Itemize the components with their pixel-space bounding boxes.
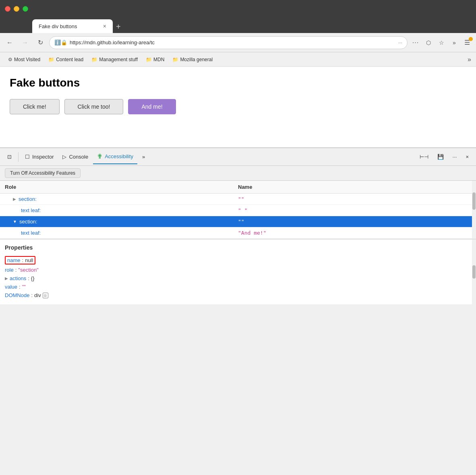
properties-title: Properties: [5, 244, 471, 251]
tree-row-textleaf-2[interactable]: text leaf: "And me!": [0, 227, 476, 239]
prop-key-domnode: DOMNode: [5, 292, 29, 298]
extensions-button[interactable]: »: [449, 37, 460, 48]
maximize-button[interactable]: [23, 6, 28, 12]
click-me-too-button[interactable]: Click me too!: [64, 99, 124, 114]
bookmark-mdn[interactable]: 📁 MDN: [143, 55, 168, 64]
tree-row-textleaf-1[interactable]: text leaf: " ": [0, 205, 476, 216]
tree-row-section-2[interactable]: ▼ section: "": [0, 216, 476, 227]
tree-scrollbar-thumb[interactable]: [472, 192, 476, 210]
tree-scrollbar[interactable]: [472, 181, 476, 239]
toolbar-separator: [18, 152, 19, 162]
bookmarks-more-button[interactable]: »: [468, 56, 471, 63]
forward-button[interactable]: →: [19, 36, 31, 49]
fake-buttons-container: Click me! Click me too! And me!: [10, 99, 466, 114]
folder-icon: 📁: [172, 57, 178, 62]
active-tab[interactable]: Fake div buttons ×: [32, 19, 113, 33]
address-bar[interactable]: ℹ️🔒 https://mdn.github.io/learning-area/…: [49, 36, 408, 49]
bookmark-label: Management stuff: [99, 57, 138, 62]
prop-key-role: role: [5, 267, 14, 273]
props-scrollbar[interactable]: [472, 240, 476, 304]
properties-panel: Properties name : null role : "section" …: [0, 239, 476, 304]
minimize-button[interactable]: [14, 6, 19, 12]
turn-off-accessibility-button[interactable]: Turn Off Accessibility Features: [5, 168, 81, 178]
bookmarks-bar: ⚙ Most Visited 📁 Content lead 📁 Manageme…: [0, 52, 476, 67]
bookmark-label: MDN: [153, 57, 164, 62]
tabbar: Fake div buttons × +: [0, 18, 476, 33]
chevron-right-icon: »: [142, 154, 145, 160]
folder-icon: 📁: [146, 57, 152, 62]
devtools-close-button[interactable]: ×: [462, 150, 473, 164]
close-button[interactable]: [5, 6, 10, 12]
tab-close-button[interactable]: ×: [103, 23, 106, 29]
folder-icon: 📁: [91, 57, 97, 62]
console-icon: ▷: [62, 154, 66, 160]
accessibility-panel: Turn Off Accessibility Features Role Nam…: [0, 166, 476, 304]
url-text: https://mdn.github.io/learning-area/tc: [70, 39, 396, 45]
tree-name-textleaf-2: "And me!": [238, 230, 471, 236]
titlebar: [0, 0, 476, 18]
and-me-button[interactable]: And me!: [128, 99, 176, 114]
tree-row-section-1[interactable]: ▶ section: "": [0, 194, 476, 205]
responsive-design-button[interactable]: ⊡: [3, 150, 16, 164]
bookmark-label: Content lead: [56, 57, 83, 62]
click-me-button[interactable]: Click me!: [10, 99, 60, 114]
console-label: Console: [69, 154, 88, 160]
gear-icon: ⚙: [8, 57, 12, 62]
prop-name-boxed: name : null: [5, 256, 35, 264]
prop-row-actions: ▶ actions : {}: [5, 274, 471, 283]
devtools-panel: ⊡ ☐ Inspector ▷ Console ✟ Accessibility …: [0, 147, 476, 304]
prop-val-actions: {}: [31, 275, 35, 281]
refresh-button[interactable]: ↻: [34, 36, 47, 49]
options-icon: ···: [453, 154, 457, 160]
prop-val-value: "": [22, 284, 26, 290]
expand-triangle[interactable]: ▶: [13, 197, 16, 201]
pocket-button[interactable]: ⬡: [423, 37, 434, 48]
bookmark-content-lead[interactable]: 📁 Content lead: [45, 55, 87, 64]
prop-key-value: value: [5, 284, 17, 290]
tree-role-section-1: ▶ section:: [13, 196, 238, 202]
nav-extra-buttons: ··· ⬡ ☆ » ☰: [410, 37, 473, 48]
tree-name-section-2: "": [238, 219, 471, 225]
props-scrollbar-thumb[interactable]: [472, 265, 476, 278]
screenshot-button[interactable]: 💾: [433, 150, 448, 164]
role-header: Role: [5, 184, 238, 190]
accessibility-tree-container: Role Name ▶ section: "" text leaf:: [0, 181, 476, 239]
bookmark-mozilla-general[interactable]: 📁 Mozilla general: [169, 55, 216, 64]
back-button[interactable]: ←: [3, 36, 16, 49]
security-info-icon[interactable]: ℹ️🔒: [54, 39, 67, 45]
accessibility-label: Accessibility: [105, 153, 133, 159]
accessibility-tab[interactable]: ✟ Accessibility: [93, 150, 137, 164]
prop-row-domnode: DOMNode : div ⊡: [5, 291, 471, 299]
bookmark-button[interactable]: ☆: [436, 37, 447, 48]
bookmark-management-stuff[interactable]: 📁 Management stuff: [88, 55, 141, 64]
screenshot-icon: 💾: [437, 154, 444, 160]
accessibility-icon: ✟: [97, 153, 102, 160]
prop-row-name: name : null: [5, 255, 471, 266]
devtools-toolbar: ⊡ ☐ Inspector ▷ Console ✟ Accessibility …: [0, 148, 476, 166]
navbar: ← → ↻ ℹ️🔒 https://mdn.github.io/learning…: [0, 33, 476, 52]
more-tools-button[interactable]: »: [138, 150, 149, 164]
web-content: Fake buttons Click me! Click me too! And…: [0, 67, 476, 147]
ruler-button[interactable]: ⊢⊣: [416, 150, 433, 164]
prop-row-value: value : "": [5, 283, 471, 291]
expand-triangle-expanded[interactable]: ▼: [13, 219, 17, 224]
inspector-label: Inspector: [32, 154, 54, 160]
bookmark-most-visited[interactable]: ⚙ Most Visited: [5, 55, 43, 64]
actions-expand-triangle[interactable]: ▶: [5, 276, 8, 281]
tree-role-textleaf-2: text leaf:: [21, 230, 238, 236]
ellipsis-icon: ···: [398, 40, 402, 45]
bookmark-label: Most Visited: [14, 57, 40, 62]
more-options-button[interactable]: ···: [410, 37, 421, 48]
tree-name-section-1: "": [238, 196, 471, 202]
prop-key-actions: actions: [10, 275, 26, 281]
console-tab[interactable]: ▷ Console: [58, 150, 92, 164]
prop-val-name: null: [25, 257, 33, 263]
tab-title: Fake div buttons: [39, 23, 77, 29]
inspector-tab[interactable]: ☐ Inspector: [21, 150, 58, 164]
devtools-options-button[interactable]: ···: [449, 150, 461, 164]
domnode-inspect-icon[interactable]: ⊡: [43, 293, 48, 298]
tree-role-textleaf-1: text leaf:: [21, 207, 238, 213]
bookmark-label: Mozilla general: [180, 57, 213, 62]
new-tab-button[interactable]: +: [116, 22, 121, 31]
prop-val-domnode: div: [34, 292, 41, 298]
